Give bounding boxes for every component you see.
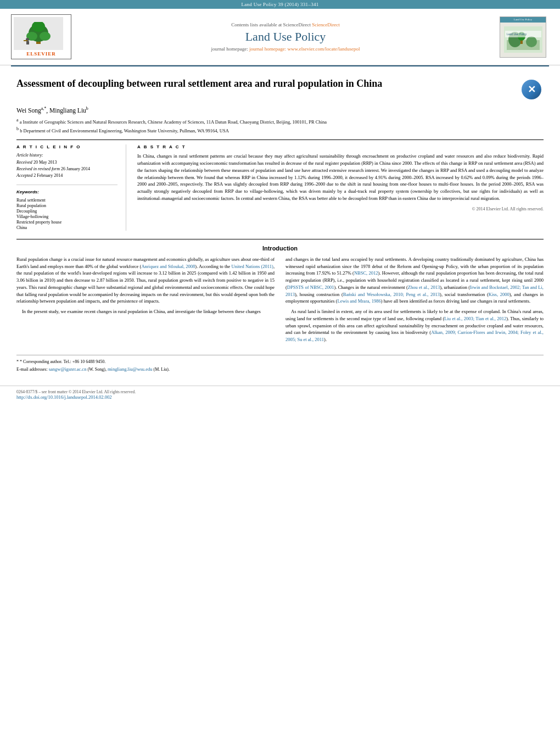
footer-doi: http://dx.doi.org/10.1016/j.landusepol.2… — [16, 394, 544, 400]
intro-para-2: In the present study, we examine recent … — [16, 308, 275, 315]
crossmark-circle: ✕ — [522, 80, 541, 99]
article-meta-section: A R T I C L E I N F O Article history: R… — [16, 140, 544, 231]
ref-kiss[interactable]: Kiss, 2000 — [489, 292, 509, 297]
svg-text:Land Use Policy: Land Use Policy — [507, 32, 527, 36]
affiliation-b: b b Department of Civil and Environmenta… — [16, 126, 544, 135]
ref-alkan[interactable]: Alkan, 2009; Carrion-Flores and Irwin, 2… — [285, 330, 544, 342]
ref-un[interactable]: United Nations (2011) — [232, 264, 273, 269]
introduction-title: Introduction — [16, 245, 544, 252]
crossmark-icon: ✕ — [528, 85, 536, 94]
thumb-top-bar: Land Use Policy — [500, 17, 546, 23]
footer-issn: 0264-8377/$ – see front matter © 2014 El… — [16, 389, 544, 394]
header-area: ELSEVIER Contents lists available at Sci… — [0, 9, 560, 65]
ref-lewis[interactable]: Lewis and Mrara, 1986 — [337, 298, 380, 304]
footnote-emails: E-mail addresses: sangw@igsnrr.ac.cn (W.… — [16, 366, 544, 373]
email-liu[interactable]: mingliang.liu@wsu.edu — [108, 366, 153, 372]
intro-para-1: Rural population change is a crucial iss… — [16, 256, 275, 305]
abstract-header: A B S T R A C T — [137, 144, 544, 149]
copyright-line: © 2014 Elsevier Ltd. All rights reserved… — [137, 207, 544, 211]
svg-rect-7 — [24, 40, 27, 41]
elsevier-wordmark: ELSEVIER — [14, 51, 69, 57]
journal-cover-thumb: Land Use Policy Land Use Policy — [500, 16, 549, 58]
email-song[interactable]: sangw@igsnrr.ac.cn — [49, 366, 87, 372]
ref-banski[interactable]: Bański and Wesołowska, 2010; Peng et al.… — [343, 292, 440, 297]
intro-para-3: and changes in the total land area occup… — [285, 256, 544, 305]
science-direct-link[interactable]: ScienceDirect — [312, 22, 339, 27]
author1: Wei Song — [16, 107, 41, 114]
keyword-4: Village-hollowing — [16, 214, 117, 219]
history-accepted: Accepted 2 February 2014 — [16, 173, 117, 178]
history-header: Article history: — [16, 153, 117, 158]
journal-citation-bar: Land Use Policy 39 (2014) 331–341 — [0, 0, 560, 9]
thumb-body: Land Use Policy — [500, 23, 546, 57]
keyword-1: Rural settlement — [16, 198, 117, 203]
article-info-header: A R T I C L E I N F O — [16, 144, 117, 149]
ref-nbsc[interactable]: NBSC, 2012 — [354, 270, 378, 276]
elsevier-logo: ELSEVIER — [11, 14, 71, 59]
introduction-section: Introduction Rural population change is … — [16, 239, 544, 347]
article-history: Article history: Received 20 May 2013 Re… — [16, 153, 117, 179]
svg-point-11 — [526, 36, 537, 47]
keyword-6: China — [16, 225, 117, 230]
introduction-left-col: Rural population change is a crucial iss… — [16, 256, 275, 347]
footnote-corresponding: * * Corresponding author. Tel.: +86 10 6… — [16, 359, 544, 365]
journal-homepage-link[interactable]: journal homepage: www.elsevier.com/locat… — [249, 46, 360, 52]
affiliation-a: a a Institute of Geographic Sciences and… — [16, 117, 544, 126]
ref-dpssts[interactable]: DPSSTS of NBSC, 2001 — [287, 284, 334, 290]
abstract-text: In China, changes in rural settlement pa… — [137, 153, 544, 202]
crossmark-badge: ✕ — [522, 80, 544, 102]
article-title-area: Assessment of decoupling between rural s… — [16, 72, 544, 102]
article-content: Assessment of decoupling between rural s… — [0, 66, 560, 386]
keyword-3: Decoupling — [16, 209, 117, 214]
affiliations: a a Institute of Geographic Sciences and… — [16, 117, 544, 134]
keywords-header: Keywords: — [16, 189, 117, 194]
cover-image-svg: Land Use Policy — [504, 26, 542, 53]
introduction-right-col: and changes in the total land area occup… — [285, 256, 544, 347]
journal-title: Land Use Policy — [82, 30, 489, 44]
journal-header-center: Contents lists available at ScienceDirec… — [71, 22, 500, 52]
svg-point-3 — [40, 32, 51, 41]
intro-para-4: As rural land is limited in extent, any … — [285, 308, 544, 343]
footer-bar: 0264-8377/$ – see front matter © 2014 El… — [0, 386, 560, 403]
article-info-col: A R T I C L E I N F O Article history: R… — [16, 144, 126, 231]
citation-text: Land Use Policy 39 (2014) 331–341 — [241, 2, 318, 7]
ref-liu2003[interactable]: Liu et al., 2003; Tian et al., 2012 — [444, 316, 506, 321]
keywords-section: Keywords: Rural settlement Rural populat… — [16, 189, 117, 230]
science-direct-line: Contents lists available at ScienceDirec… — [82, 22, 489, 27]
journal-homepage: journal homepage: journal homepage: www.… — [82, 46, 489, 52]
footnotes-section: * * Corresponding author. Tel.: +86 10 6… — [16, 355, 544, 373]
doi-link[interactable]: http://dx.doi.org/10.1016/j.landusepol.2… — [16, 394, 111, 400]
footnote-star: * — [16, 359, 19, 364]
keyword-2: Rural population — [16, 203, 117, 208]
article-title: Assessment of decoupling between rural s… — [16, 77, 516, 90]
history-received: Received 20 May 2013 — [16, 160, 117, 165]
ref-zhou[interactable]: Zhou et al., 2013 — [408, 284, 440, 290]
abstract-col: A B S T R A C T In China, changes in rur… — [137, 144, 544, 231]
history-revised: Received in revised form 26 January 2014 — [16, 166, 117, 172]
ref-anriquez[interactable]: Anriquez and Stloukal, 2008 — [141, 264, 195, 269]
elsevier-tree-image — [14, 17, 63, 50]
introduction-columns: Rural population change is a crucial iss… — [16, 256, 544, 347]
svg-rect-6 — [26, 41, 29, 44]
tree-svg — [16, 22, 60, 45]
authors-line: Wei Songa,*, Mingliang Liub — [16, 106, 544, 114]
keyword-5: Restricted property house — [16, 220, 117, 225]
